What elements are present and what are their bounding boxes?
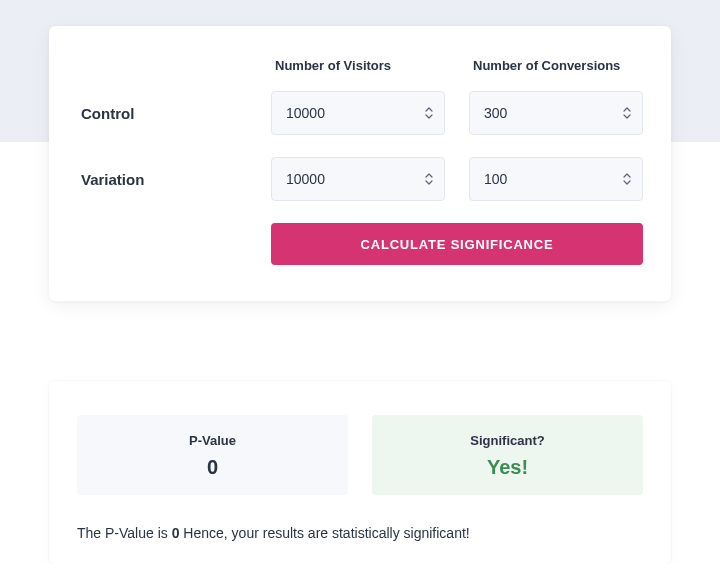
control-conversions-wrapper	[469, 91, 643, 135]
results-row: P-Value 0 Significant? Yes!	[77, 415, 643, 495]
explanation-text: The P-Value is 0 Hence, your results are…	[77, 523, 643, 544]
calculate-button[interactable]: CALCULATE SIGNIFICANCE	[271, 223, 643, 265]
control-visitors-wrapper	[271, 91, 445, 135]
variation-visitors-wrapper	[271, 157, 445, 201]
significant-value: Yes!	[382, 456, 633, 479]
variation-label: Variation	[77, 171, 271, 188]
spacer	[77, 223, 271, 265]
control-row: Control	[77, 91, 643, 135]
column-headers: Number of Visitors Number of Conversions	[77, 58, 643, 73]
explanation-prefix: The P-Value is	[77, 525, 172, 541]
pvalue-label: P-Value	[87, 433, 338, 448]
control-conversions-input[interactable]	[469, 91, 643, 135]
button-row: CALCULATE SIGNIFICANCE	[77, 223, 643, 265]
significant-label: Significant?	[382, 433, 633, 448]
pvalue-box: P-Value 0	[77, 415, 348, 495]
variation-row: Variation	[77, 157, 643, 201]
explanation-suffix: Hence, your results are statistically si…	[179, 525, 469, 541]
results-card: P-Value 0 Significant? Yes! The P-Value …	[49, 381, 671, 564]
pvalue-value: 0	[87, 456, 338, 479]
conversions-header: Number of Conversions	[469, 58, 643, 73]
calculator-card: Number of Visitors Number of Conversions…	[49, 26, 671, 301]
variation-conversions-wrapper	[469, 157, 643, 201]
variation-visitors-input[interactable]	[271, 157, 445, 201]
significant-box: Significant? Yes!	[372, 415, 643, 495]
spacer	[77, 58, 271, 73]
visitors-header: Number of Visitors	[271, 58, 445, 73]
control-label: Control	[77, 105, 271, 122]
control-visitors-input[interactable]	[271, 91, 445, 135]
variation-conversions-input[interactable]	[469, 157, 643, 201]
